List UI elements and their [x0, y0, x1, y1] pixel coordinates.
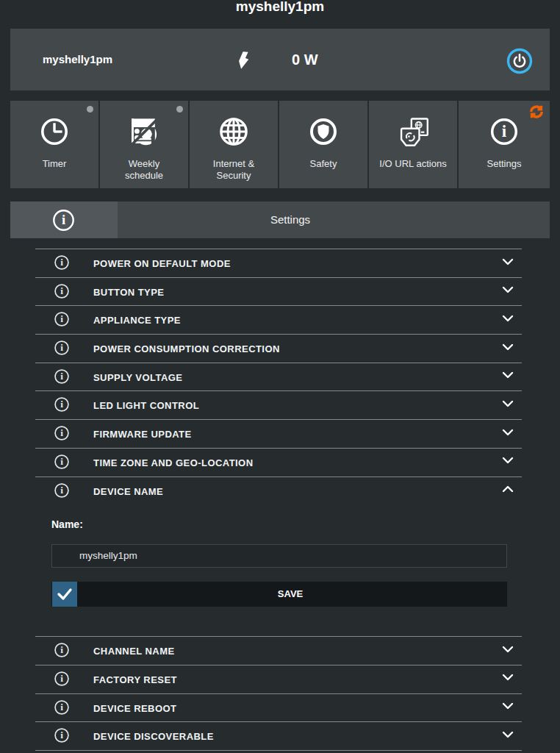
- svg-text:i: i: [60, 342, 63, 353]
- svg-text:i: i: [60, 729, 63, 740]
- svg-text:i: i: [502, 122, 507, 140]
- svg-text:i: i: [60, 285, 63, 296]
- svg-text:i: i: [60, 313, 63, 324]
- svg-text:i: i: [60, 399, 63, 410]
- svg-text:i: i: [60, 456, 63, 467]
- svg-text:i: i: [60, 427, 63, 438]
- svg-text:i: i: [60, 257, 63, 268]
- svg-text:i: i: [60, 485, 63, 496]
- svg-text:i: i: [62, 213, 65, 227]
- svg-text:i: i: [60, 371, 63, 382]
- svg-text:i: i: [60, 702, 63, 713]
- svg-text:i: i: [60, 644, 63, 655]
- svg-text:i: i: [60, 673, 63, 684]
